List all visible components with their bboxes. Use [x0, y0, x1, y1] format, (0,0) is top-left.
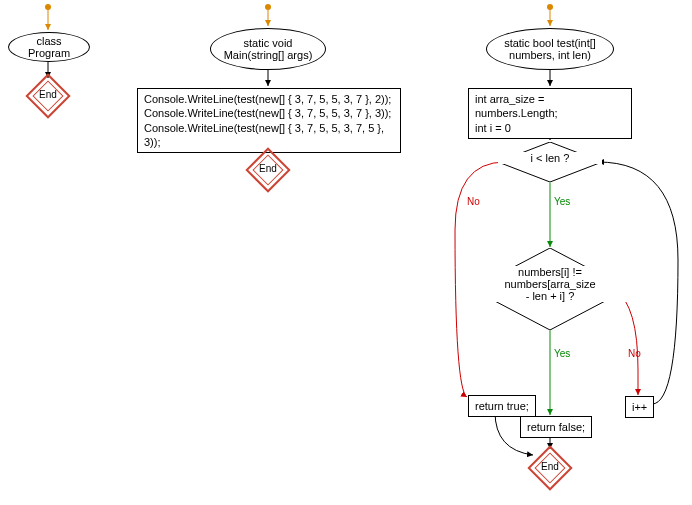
flow1-end-label: End	[32, 89, 64, 100]
flow3-end: End	[534, 452, 566, 484]
flow3-init: int arra_size = numbers.Length; int i = …	[468, 88, 632, 139]
start-dot-1	[45, 4, 51, 10]
cond1-text: i < len ?	[498, 152, 602, 164]
increment: i++	[625, 396, 654, 418]
return-false: return false;	[520, 416, 592, 438]
flow1-end: End	[32, 80, 64, 112]
flow2-code-text: Console.WriteLine(test(new[] { 3, 7, 5, …	[144, 92, 394, 149]
flow2-start: static void Main(string[] args)	[210, 28, 326, 70]
cond1-label: i < len ?	[498, 152, 602, 164]
cond2-no-label: No	[628, 348, 641, 359]
return-true-text: return true;	[475, 399, 529, 413]
flow2-end: End	[252, 154, 284, 186]
flow2-code: Console.WriteLine(test(new[] { 3, 7, 5, …	[137, 88, 401, 153]
cond1-yes-label: Yes	[554, 196, 570, 207]
flow2-start-label: static void Main(string[] args)	[224, 37, 313, 61]
increment-text: i++	[632, 400, 647, 414]
flow3-start: static bool test(int[] numbers, int len)	[486, 28, 614, 70]
flow3-init-text: int arra_size = numbers.Length; int i = …	[475, 92, 625, 135]
flow2-end-label: End	[252, 163, 284, 174]
start-dot-3	[547, 4, 553, 10]
flow3-start-label: static bool test(int[] numbers, int len)	[504, 37, 596, 61]
cond2-yes-label: Yes	[554, 348, 570, 359]
return-true: return true;	[468, 395, 536, 417]
cond1-no-label: No	[467, 196, 480, 207]
flow3-end-label: End	[534, 461, 566, 472]
start-dot-2	[265, 4, 271, 10]
flow1-start: class Program	[8, 32, 90, 62]
cond2-label: numbers[i] != numbers[arra_size - len + …	[472, 266, 628, 302]
flow1-start-label: class Program	[21, 35, 77, 59]
return-false-text: return false;	[527, 420, 585, 434]
cond2-text: numbers[i] != numbers[arra_size - len + …	[472, 266, 628, 302]
